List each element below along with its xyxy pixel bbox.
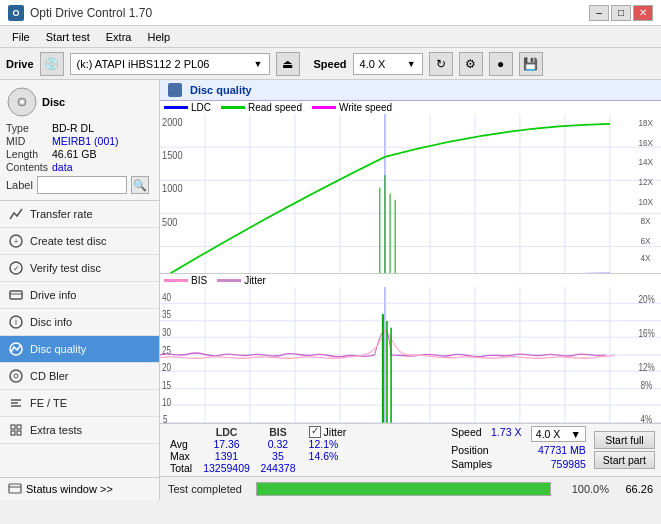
svg-rect-18 bbox=[17, 425, 21, 429]
avg-ldc-value: 17.36 bbox=[198, 438, 256, 450]
app-title: Opti Drive Control 1.70 bbox=[30, 6, 152, 20]
nav-create-test-disc-label: Create test disc bbox=[30, 235, 106, 247]
svg-text:4X: 4X bbox=[641, 252, 651, 263]
nav-transfer-rate-label: Transfer rate bbox=[30, 208, 93, 220]
position-row: Position 47731 MB bbox=[451, 444, 586, 456]
menu-start-test[interactable]: Start test bbox=[38, 29, 98, 45]
svg-text:15: 15 bbox=[162, 378, 171, 390]
svg-text:1500: 1500 bbox=[162, 150, 183, 162]
lower-legend: BIS Jitter bbox=[160, 274, 661, 287]
jitter-checkbox[interactable] bbox=[309, 426, 321, 438]
read-speed-label: Read speed bbox=[248, 102, 302, 113]
svg-text:20%: 20% bbox=[639, 293, 656, 305]
nav-disc-info[interactable]: i Disc info bbox=[0, 309, 159, 336]
settings-button[interactable]: ⚙ bbox=[459, 52, 483, 76]
bis-col-header: BIS bbox=[255, 426, 300, 438]
write-speed-label: Write speed bbox=[339, 102, 392, 113]
label-search-button[interactable]: 🔍 bbox=[131, 176, 149, 194]
svg-text:40: 40 bbox=[162, 290, 171, 302]
total-row-label: Total bbox=[166, 462, 198, 474]
ldc-label: LDC bbox=[191, 102, 211, 113]
extra-tests-icon bbox=[8, 422, 24, 438]
speed-stat-select[interactable]: 4.0 X ▼ bbox=[531, 426, 586, 442]
nav-cd-bler[interactable]: CD Bler bbox=[0, 363, 159, 390]
nav-drive-info[interactable]: Drive info bbox=[0, 282, 159, 309]
menu-file[interactable]: File bbox=[4, 29, 38, 45]
svg-point-12 bbox=[10, 370, 22, 382]
nav-disc-quality[interactable]: Disc quality bbox=[0, 336, 159, 363]
nav-extra-tests[interactable]: Extra tests bbox=[0, 417, 159, 444]
nav-disc-info-label: Disc info bbox=[30, 316, 72, 328]
upper-legend: LDC Read speed Write speed bbox=[160, 101, 661, 114]
nav-verify-test-disc-label: Verify test disc bbox=[30, 262, 101, 274]
window-controls[interactable]: – □ ✕ bbox=[589, 5, 653, 21]
eject-button[interactable]: ⏏ bbox=[276, 52, 300, 76]
progress-label: 100.0% bbox=[559, 483, 609, 495]
svg-point-2 bbox=[20, 100, 24, 104]
disc-info-grid: Type BD-R DL MID MEIRB1 (001) Length 46.… bbox=[6, 122, 153, 173]
svg-rect-19 bbox=[11, 431, 15, 435]
lower-chart-svg: 40 35 30 25 20 15 10 5 20% 16% 12% 8% 4% bbox=[160, 287, 661, 423]
speed-dropdown-arrow: ▼ bbox=[407, 59, 416, 69]
start-part-button[interactable]: Start part bbox=[594, 451, 655, 469]
status-window-icon bbox=[8, 482, 22, 496]
bis-color bbox=[164, 279, 188, 282]
label-label: Label bbox=[6, 179, 33, 191]
status-window[interactable]: Status window >> bbox=[0, 477, 159, 500]
svg-text:8%: 8% bbox=[641, 378, 653, 390]
drive-info-icon bbox=[8, 287, 24, 303]
progress-fill bbox=[257, 483, 550, 495]
speed-select-arrow: ▼ bbox=[570, 428, 580, 440]
nav-fe-te[interactable]: FE / TE bbox=[0, 390, 159, 417]
drive-select[interactable]: (k:) ATAPI iHBS112 2 PL06 ▼ bbox=[70, 53, 270, 75]
svg-rect-17 bbox=[11, 425, 15, 429]
disc-button[interactable]: ● bbox=[489, 52, 513, 76]
speed-select-value: 4.0 X bbox=[536, 428, 561, 440]
close-button[interactable]: ✕ bbox=[633, 5, 653, 21]
max-ldc-value: 1391 bbox=[198, 450, 256, 462]
disc-quality-icon bbox=[8, 341, 24, 357]
nav-cd-bler-label: CD Bler bbox=[30, 370, 69, 382]
label-input[interactable] bbox=[37, 176, 127, 194]
menu-extra[interactable]: Extra bbox=[98, 29, 140, 45]
type-value: BD-R DL bbox=[52, 122, 153, 134]
minimize-button[interactable]: – bbox=[589, 5, 609, 21]
speed-stat-value: 1.73 X bbox=[491, 426, 521, 442]
jitter-label: Jitter bbox=[324, 426, 347, 438]
disc-section-label: Disc bbox=[42, 96, 65, 108]
nav-verify-test-disc[interactable]: ✓ Verify test disc bbox=[0, 255, 159, 282]
charts-container: LDC Read speed Write speed bbox=[160, 101, 661, 423]
drive-icon-btn[interactable]: 💿 bbox=[40, 52, 64, 76]
svg-text:+: + bbox=[14, 237, 19, 246]
jitter-color bbox=[217, 279, 241, 282]
speed-select[interactable]: 4.0 X ▼ bbox=[353, 53, 423, 75]
mid-label: MID bbox=[6, 135, 48, 147]
nav-transfer-rate[interactable]: Transfer rate bbox=[0, 201, 159, 228]
status-window-label: Status window >> bbox=[26, 483, 113, 495]
maximize-button[interactable]: □ bbox=[611, 5, 631, 21]
chart-header-icon bbox=[168, 83, 182, 97]
start-full-button[interactable]: Start full bbox=[594, 431, 655, 449]
svg-point-13 bbox=[14, 374, 18, 378]
progress-bar-container: Test completed 100.0% 66.26 bbox=[160, 476, 661, 500]
legend-write-speed: Write speed bbox=[312, 102, 392, 113]
disc-panel-header: Disc bbox=[6, 86, 153, 118]
svg-text:500: 500 bbox=[162, 216, 178, 228]
write-speed-color bbox=[312, 106, 336, 109]
ldc-col-header: LDC bbox=[198, 426, 256, 438]
total-bis-value: 244378 bbox=[255, 462, 300, 474]
svg-text:35: 35 bbox=[162, 308, 171, 320]
save-button[interactable]: 💾 bbox=[519, 52, 543, 76]
contents-label: Contents bbox=[6, 161, 48, 173]
refresh-button[interactable]: ↻ bbox=[429, 52, 453, 76]
nav-extra-tests-label: Extra tests bbox=[30, 424, 82, 436]
bis-label: BIS bbox=[191, 275, 207, 286]
jitter-checkbox-row[interactable]: Jitter bbox=[309, 426, 444, 438]
menu-help[interactable]: Help bbox=[139, 29, 178, 45]
drive-value: (k:) ATAPI iHBS112 2 PL06 bbox=[77, 58, 210, 70]
svg-text:8X: 8X bbox=[641, 216, 651, 227]
nav-create-test-disc[interactable]: + Create test disc bbox=[0, 228, 159, 255]
jitter-legend-label: Jitter bbox=[244, 275, 266, 286]
menubar: File Start test Extra Help bbox=[0, 26, 661, 48]
position-value: 47731 MB bbox=[538, 444, 586, 456]
